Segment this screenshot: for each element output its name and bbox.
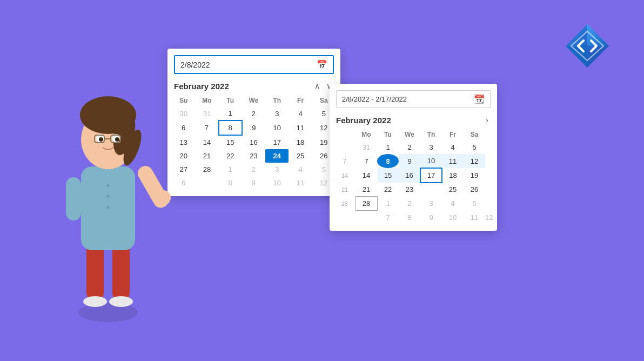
calendar-day[interactable]: 4 [289, 106, 312, 121]
calendar-day[interactable]: 14 [355, 168, 377, 183]
calendar-icon[interactable]: 📅 [317, 59, 327, 70]
table-row: 272812345 [172, 163, 336, 176]
calendar-day[interactable]: 18 [289, 135, 312, 149]
calendar-day[interactable]: 23 [242, 149, 265, 163]
week-number: 14 [334, 168, 355, 183]
app-logo [563, 22, 612, 70]
calendar-day[interactable]: 11 [464, 211, 485, 224]
table-row: 689101112 [172, 176, 336, 190]
calendar-day[interactable]: 19 [464, 168, 485, 183]
calendar-day[interactable]: 4 [442, 197, 464, 211]
svg-point-4 [109, 296, 133, 307]
calendar-day[interactable]: 17 [265, 135, 289, 149]
calendar-day[interactable]: 1 [219, 163, 242, 176]
range-date-input[interactable]: 2/8/2022 - 2/17/2022 📆 [336, 90, 491, 108]
calendar-day[interactable] [195, 176, 218, 190]
table-row: 789101112 [334, 211, 493, 224]
calendar-day[interactable]: 2 [399, 141, 420, 154]
table-row: 20212223242526 [172, 149, 336, 163]
calendar-day[interactable]: 16 [399, 168, 420, 183]
calendar-day[interactable]: 10 [265, 121, 289, 135]
calendar-day[interactable]: 17 [420, 168, 442, 183]
range-date-picker: 2/8/2022 - 2/17/2022 📆 February 2022 › M… [330, 84, 497, 231]
single-cal-header: February 2022 ∧ ∨ [167, 78, 340, 95]
calendar-day[interactable]: 2 [399, 197, 420, 211]
weekday-header: We [242, 95, 265, 106]
table-row: 212122232526 [334, 183, 493, 197]
calendar-day[interactable]: 14 [195, 135, 218, 149]
calendar-day[interactable]: 3 [265, 106, 289, 121]
svg-rect-1 [86, 242, 104, 302]
calendar-day[interactable]: 9 [242, 176, 265, 190]
svg-point-6 [106, 184, 110, 187]
calendar-day[interactable]: 11 [442, 154, 464, 168]
calendar-day[interactable]: 12 [464, 154, 485, 168]
calendar-day[interactable]: 3 [420, 141, 442, 154]
calendar-day[interactable]: 25 [442, 183, 464, 197]
single-date-value: 2/8/2022 [180, 61, 210, 69]
range-cal-header: February 2022 › [330, 112, 497, 129]
calendar-day[interactable]: 7 [355, 154, 377, 168]
calendar-day[interactable]: 3 [420, 197, 442, 211]
week-number: 21 [334, 183, 355, 197]
calendar-day[interactable]: 7 [377, 211, 399, 224]
calendar-day[interactable]: 10 [420, 154, 442, 168]
range-cal-grid: MoTuWeThFrSa 311234577891011121414151617… [334, 129, 493, 224]
calendar-day[interactable]: 7 [195, 121, 218, 135]
calendar-day[interactable]: 3 [265, 163, 289, 176]
calendar-day[interactable]: 31 [355, 141, 377, 154]
calendar-day[interactable]: 15 [219, 135, 242, 149]
svg-point-3 [83, 296, 107, 307]
calendar-day[interactable]: 21 [355, 183, 377, 197]
calendar-day[interactable]: 8 [377, 154, 399, 168]
calendar-day[interactable]: 8 [399, 211, 420, 224]
calendar-day[interactable]: 12 [485, 211, 493, 224]
single-date-input[interactable]: 2/8/2022 📅 [174, 55, 334, 74]
prev-month-button[interactable]: ∧ [312, 81, 322, 91]
calendar-day[interactable]: 15 [377, 168, 399, 183]
calendar-day[interactable]: 1 [219, 106, 242, 121]
calendar-day[interactable]: 10 [442, 211, 464, 224]
calendar-day[interactable]: 25 [289, 149, 312, 163]
calendar-day[interactable]: 28 [355, 197, 377, 211]
weekday-header: Sa [464, 129, 485, 141]
table-row: 6789101112 [172, 121, 336, 135]
calendar-day[interactable]: 2 [242, 106, 265, 121]
calendar-day[interactable]: 18 [442, 168, 464, 183]
calendar-day[interactable]: 8 [219, 176, 242, 190]
calendar-day[interactable]: 22 [219, 149, 242, 163]
calendar-day[interactable]: 11 [289, 176, 312, 190]
calendar-day[interactable]: 31 [195, 106, 218, 121]
calendar-day[interactable]: 9 [420, 211, 442, 224]
calendar-day[interactable]: 26 [464, 183, 485, 197]
table-row: 13141516171819 [172, 135, 336, 149]
range-date-value: 2/8/2022 - 2/17/2022 [342, 95, 407, 103]
calendar-day[interactable]: 16 [242, 135, 265, 149]
table-row: 282812345 [334, 197, 493, 211]
calendar-day[interactable]: 4 [289, 163, 312, 176]
calendar-day[interactable] [355, 211, 377, 224]
calendar-day[interactable]: 2 [242, 163, 265, 176]
calendar-day[interactable] [420, 183, 442, 197]
calendar-day[interactable]: 23 [399, 183, 420, 197]
calendar-day[interactable]: 22 [377, 183, 399, 197]
range-next-month-button[interactable]: › [484, 115, 491, 125]
table-row: 3112345 [334, 141, 493, 154]
calendar-day[interactable]: 8 [219, 121, 242, 135]
calendar-day[interactable]: 9 [242, 121, 265, 135]
calendar-day[interactable]: 28 [195, 163, 218, 176]
calendar-day[interactable]: 5 [464, 197, 485, 211]
svg-point-19 [115, 137, 119, 142]
calendar-day[interactable]: 10 [265, 176, 289, 190]
calendar-day[interactable]: 9 [399, 154, 420, 168]
calendar-day[interactable]: 1 [377, 197, 399, 211]
svg-rect-10 [66, 177, 81, 220]
calendar-day[interactable]: 24 [265, 149, 289, 163]
calendar-day[interactable]: 4 [442, 141, 464, 154]
range-calendar-icon[interactable]: 📆 [474, 94, 485, 104]
calendar-day[interactable]: 1 [377, 141, 399, 154]
calendar-day[interactable]: 21 [195, 149, 218, 163]
calendar-day[interactable]: 5 [464, 141, 485, 154]
weekday-header: Tu [377, 129, 399, 141]
calendar-day[interactable]: 11 [289, 121, 312, 135]
